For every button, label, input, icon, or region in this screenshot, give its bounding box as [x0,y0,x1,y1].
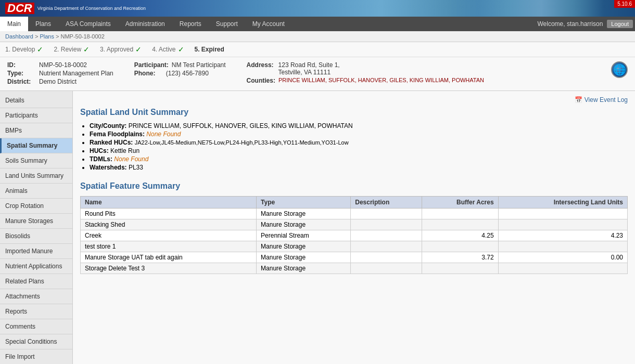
sidebar-item-crop-rotation[interactable]: Crop Rotation [0,199,72,214]
cell-description [351,209,422,219]
header: DCR Virginia Department of Conservation … [0,0,635,17]
plan-info-bar: ID: NMP-50-18-0002 Type: Nutrient Manage… [0,57,635,91]
header-landscape [448,0,604,17]
cell-buffer-acres [422,209,498,219]
spatial-land-unit-section: Spatial Land Unit Summary City/County: P… [80,108,628,171]
header-logo: DCR Virginia Department of Conservation … [0,1,151,16]
sidebar-item-attachments[interactable]: Attachments [0,289,72,304]
sidebar-item-comments[interactable]: Comments [0,319,72,334]
counties-label: Counties: [247,77,275,84]
cell-intersecting: 0.00 [498,252,627,263]
nav-support[interactable]: Support [209,17,245,31]
sidebar-item-reports[interactable]: Reports [0,304,72,319]
nav-asa-complaints[interactable]: ASA Complaints [58,17,118,31]
col-description: Description [351,197,422,209]
id-value: NMP-50-18-0002 [39,61,87,69]
sidebar-item-spatial-summary[interactable]: Spatial Summary [0,138,72,153]
nav-plans[interactable]: Plans [28,17,58,31]
col-intersecting: Intersecting Land Units [498,197,627,209]
main-layout: Details Participants BMPs Spatial Summar… [0,91,635,364]
cell-name: Stacking Shed [81,219,257,230]
status-step-approved: 3. Approved ✓ [100,45,142,54]
cell-description [351,241,422,252]
cell-type: Manure Storage [257,219,351,230]
breadcrumb-plans[interactable]: Plans [40,33,54,40]
logo-subtitle: Virginia Department of Conservation and … [37,6,146,11]
sidebar-item-imported-manure[interactable]: Imported Manure [0,244,72,259]
table-row: test store 1 Manure Storage [81,241,628,252]
cell-buffer-acres [422,241,498,252]
cell-type: Manure Storage [257,252,351,263]
col-type: Type [257,197,351,209]
phone-label: Phone: [134,70,163,77]
nav-reports[interactable]: Reports [172,17,209,31]
cell-type: Manure Storage [257,209,351,219]
cell-name: Storage Delete Test 3 [81,263,257,274]
breadcrumb: Dashboard > Plans > NMP-50-18-0002 [0,31,635,42]
spatial-summary-list: City/County: PRINCE WILLIAM, SUFFOLK, HA… [80,122,628,171]
logo-dcr: DCR [5,3,34,14]
event-log-link[interactable]: 📅View Event Log [575,96,628,103]
district-label: District: [7,78,36,85]
spatial-feature-section: Spatial Feature Summary Name Type Descri… [80,181,628,274]
breadcrumb-dashboard[interactable]: Dashboard [5,33,33,40]
header-version: 5.10.6 [614,0,635,8]
sidebar-item-bmps[interactable]: BMPs [0,123,72,138]
nav-my-account[interactable]: My Account [245,17,292,31]
table-row: Storage Delete Test 3 Manure Storage [81,263,628,274]
summary-ranked-hucs: Ranked HUCs: JA22-Low,JL45-Medium,NE75-L… [90,139,628,146]
cell-buffer-acres: 4.25 [422,230,498,241]
type-value: Nutrient Management Plan [39,70,113,77]
sidebar: Details Participants BMPs Spatial Summar… [0,91,73,364]
sidebar-item-nutrient-applications[interactable]: Nutrient Applications [0,259,72,274]
breadcrumb-current: NMP-50-18-0002 [60,33,104,40]
cell-buffer-acres [422,263,498,274]
address-value: 123 Road Rd, Suite 1, Testville, VA 1111… [278,61,340,76]
summary-tmdls: TDMLs: None Found [90,155,628,163]
participant-value: NM Test Participant [172,61,226,69]
sidebar-item-file-import[interactable]: File Import [0,349,72,364]
table-row: Round Pits Manure Storage [81,209,628,219]
sidebar-item-biosolids[interactable]: Biosolids [0,229,72,244]
cell-name: Creek [81,230,257,241]
counties-value: PRINCE WILLIAM, SUFFOLK, HANOVER, GILES,… [278,77,484,84]
cell-name: Manure Storage UAT tab edit again [81,252,257,263]
cell-name: test store 1 [81,241,257,252]
cell-type: Manure Storage [257,241,351,252]
logout-button[interactable]: Logout [607,20,633,28]
district-value: Demo District [39,78,77,85]
sidebar-item-manure-storages[interactable]: Manure Storages [0,214,72,229]
summary-fema: Fema Floodplains: None Found [90,131,628,138]
sidebar-item-special-conditions[interactable]: Special Conditions [0,334,72,349]
event-log-area: 📅View Event Log [80,96,628,103]
plan-id-block: ID: NMP-50-18-0002 Type: Nutrient Manage… [7,61,113,86]
phone-value: (123) 456-7890 [166,70,209,77]
sidebar-item-participants[interactable]: Participants [0,108,72,123]
nav-main[interactable]: Main [0,17,28,31]
spatial-summary-title: Spatial Land Unit Summary [80,108,628,117]
cell-description [351,219,422,230]
summary-hucs: HUCs: Kettle Run [90,147,628,154]
cell-intersecting [498,263,627,274]
cell-intersecting: 4.23 [498,230,627,241]
address-label: Address: [247,61,275,76]
cell-description [351,230,422,241]
status-step-review: 2. Review ✓ [54,45,90,54]
id-label: ID: [7,61,36,69]
sidebar-item-related-plans[interactable]: Related Plans [0,274,72,289]
participant-label: Participant: [134,61,169,69]
cell-description [351,252,422,263]
sidebar-item-soils-summary[interactable]: Soils Summary [0,153,72,168]
sidebar-item-details[interactable]: Details [0,93,72,108]
cell-type: Manure Storage [257,263,351,274]
sidebar-item-animals[interactable]: Animals [0,184,72,199]
globe-container: 🌐 [611,61,628,78]
plan-address-block: Address: 123 Road Rd, Suite 1, Testville… [247,61,484,85]
plan-participant-block: Participant: NM Test Participant Phone: … [134,61,226,78]
summary-watersheds: Watersheds: PL33 [90,164,628,171]
nav-administration[interactable]: Administration [118,17,172,31]
summary-city-county: City/County: PRINCE WILLIAM, SUFFOLK, HA… [90,122,628,129]
feature-table-body: Round Pits Manure Storage Stacking Shed … [81,209,628,274]
globe-icon: 🌐 [611,61,628,78]
sidebar-item-land-units-summary[interactable]: Land Units Summary [0,168,72,184]
